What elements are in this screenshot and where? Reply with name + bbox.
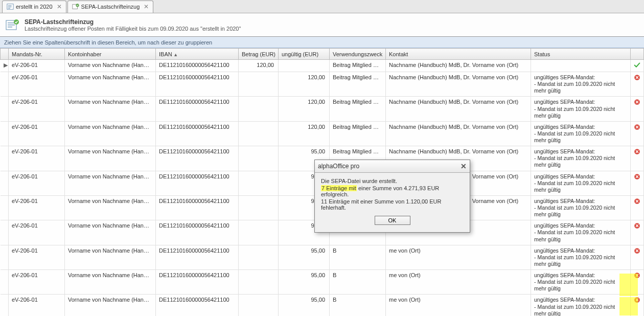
table-row[interactable]: eV-206-01Vorname von Nachname (Handbuch)…	[1, 121, 644, 146]
cell-status-icon	[631, 97, 644, 121]
cell-iban: DE11210160000056421100	[156, 270, 239, 295]
dialog-line2-highlight: 7 Einträge mit	[321, 185, 357, 191]
cell-iban: DE11210160000056421100	[156, 60, 239, 72]
table-row[interactable]: eV-206-01Vorname von Nachname (Handbuch)…	[1, 270, 644, 295]
cell-status-icon	[631, 146, 644, 171]
error-icon	[634, 125, 640, 131]
column-kontoinhaber[interactable]: Kontoinhaber	[65, 49, 156, 60]
dialog-ok-button[interactable]: OK	[375, 216, 410, 225]
column-iban[interactable]: IBAN	[156, 49, 239, 60]
cell-zweck: B	[330, 270, 386, 295]
dialog-close-icon[interactable]: ✕	[461, 162, 467, 170]
cell-mandat: eV-206-01	[9, 270, 65, 295]
dialog-line3: 11 Einträge mit einer Summe von 1.120,00…	[321, 198, 464, 211]
cell-kontoinhaber: Vorname von Nachname (Handbuch)	[65, 295, 156, 316]
cell-kontakt: me von (Ort)	[386, 270, 531, 295]
svg-rect-8	[8, 25, 15, 26]
cell-mandat: eV-206-01	[9, 195, 65, 220]
cell-status-icon	[631, 220, 644, 245]
cell-status: ungültiges SEPA-Mandat:- Mandat ist zum …	[531, 121, 631, 146]
cell-status-icon	[631, 245, 644, 269]
highlight-mark	[619, 274, 638, 296]
row-indicator	[1, 171, 9, 195]
cell-betrag	[239, 245, 279, 269]
table-row[interactable]: eV-206-01Vorname von Nachname (Handbuch)…	[1, 245, 644, 269]
svg-rect-1	[8, 5, 12, 6]
close-icon[interactable]: ✕	[57, 3, 62, 10]
tab-label: SEPA-Lastschrifteinzug	[81, 4, 140, 10]
dialog-line2: 7 Einträge mit einer Summe von 4.271,93 …	[321, 185, 464, 197]
row-indicator: ▶	[1, 60, 9, 72]
dialog-sepa-result: alphaOffice pro ✕ Die SEPA-Datei wurde e…	[314, 160, 470, 233]
cell-iban: DE11210160000056421100	[156, 72, 239, 97]
row-indicator	[1, 295, 9, 316]
list-filter-icon	[7, 3, 14, 10]
error-icon	[634, 150, 640, 156]
column-status[interactable]: Status	[531, 49, 631, 60]
cell-iban: DE11210160000056421100	[156, 220, 239, 245]
cell-status: ungültiges SEPA-Mandat:- Mandat ist zum …	[531, 270, 631, 295]
svg-rect-3	[8, 8, 10, 9]
cell-status-icon	[631, 60, 644, 72]
cell-zweck: Beitrag Mitglied Nr 206	[330, 97, 386, 121]
cell-iban: DE11210160000056421100	[156, 171, 239, 195]
cell-kontakt: Nachname (Handbuch) MdB, Dr. Vorname von…	[386, 72, 531, 97]
check-ok-icon	[634, 63, 640, 70]
cell-kontoinhaber: Vorname von Nachname (Handbuch)	[65, 245, 156, 269]
table-row[interactable]: eV-206-01Vorname von Nachname (Handbuch)…	[1, 97, 644, 121]
cell-status: ungültiges SEPA-Mandat:- Mandat ist zum …	[531, 220, 631, 245]
cell-status: ungültiges SEPA-Mandat:- Mandat ist zum …	[531, 72, 631, 97]
group-by-bar[interactable]: Ziehen Sie eine Spaltenüberschrift in di…	[0, 37, 644, 48]
column-mandat[interactable]: Mandats-Nr.	[9, 49, 65, 60]
close-icon[interactable]: ✕	[144, 3, 149, 10]
row-indicator	[1, 245, 9, 269]
cell-ungueltig	[279, 60, 330, 72]
row-indicator	[1, 220, 9, 245]
column-betrag[interactable]: Betrag (EUR)	[239, 49, 279, 60]
row-indicator	[1, 72, 9, 97]
cell-betrag	[239, 121, 279, 146]
table-row[interactable]: ▶eV-206-01Vorname von Nachname (Handbuch…	[1, 60, 644, 72]
tab-label: erstellt in 2020	[16, 4, 53, 10]
grid-header-row: Mandats-Nr. Kontoinhaber IBAN Betrag (EU…	[1, 49, 644, 60]
column-kontakt[interactable]: Kontakt	[386, 49, 531, 60]
cell-kontoinhaber: Vorname von Nachname (Handbuch)	[65, 220, 156, 245]
cell-zweck: B	[330, 245, 386, 269]
cell-mandat: eV-206-01	[9, 171, 65, 195]
cell-kontoinhaber: Vorname von Nachname (Handbuch)	[65, 97, 156, 121]
cell-kontakt: Nachname (Handbuch) MdB, Dr. Vorname von…	[386, 121, 531, 146]
row-indicator	[1, 146, 9, 171]
cell-mandat: eV-206-01	[9, 220, 65, 245]
cell-status: ungültiges SEPA-Mandat:- Mandat ist zum …	[531, 195, 631, 220]
cell-kontakt: me von (Ort)	[386, 245, 531, 269]
cell-mandat: eV-206-01	[9, 97, 65, 121]
cell-status: ungültiges SEPA-Mandat:- Mandat ist zum …	[531, 146, 631, 171]
column-indicator[interactable]	[1, 49, 9, 60]
row-indicator	[1, 97, 9, 121]
cell-kontoinhaber: Vorname von Nachname (Handbuch)	[65, 121, 156, 146]
cell-mandat: eV-206-01	[9, 146, 65, 171]
cell-kontakt: Nachname (Handbuch) MdB, Dr. Vorname von…	[386, 97, 531, 121]
table-row[interactable]: eV-206-01Vorname von Nachname (Handbuch)…	[1, 295, 644, 316]
cell-kontoinhaber: Vorname von Nachname (Handbuch)	[65, 171, 156, 195]
cell-iban: DE11210160000056421100	[156, 295, 239, 316]
cell-iban: DE11210160000056421100	[156, 146, 239, 171]
cell-iban: DE11210160000056421100	[156, 245, 239, 269]
error-icon	[634, 199, 640, 206]
cell-status	[531, 60, 631, 72]
table-row[interactable]: eV-206-01Vorname von Nachname (Handbuch)…	[1, 72, 644, 97]
column-ungueltig[interactable]: ungültig (EUR)	[279, 49, 330, 60]
cell-betrag	[239, 72, 279, 97]
error-icon	[634, 175, 640, 181]
tab-sepa[interactable]: SEPA-Lastschrifteinzug ✕	[67, 1, 154, 13]
column-status-icon[interactable]	[631, 49, 644, 60]
error-icon	[634, 249, 640, 255]
cell-betrag	[239, 97, 279, 121]
row-indicator	[1, 195, 9, 220]
tab-erstellt[interactable]: erstellt in 2020 ✕	[2, 1, 66, 13]
cell-status-icon	[631, 171, 644, 195]
sepa-icon	[72, 3, 79, 10]
cell-mandat: eV-206-01	[9, 121, 65, 146]
column-verwendungszweck[interactable]: Verwendungszweck	[330, 49, 386, 60]
page-subtitle: Lastschrifteinzug offener Posten mit Fäl…	[25, 26, 241, 32]
